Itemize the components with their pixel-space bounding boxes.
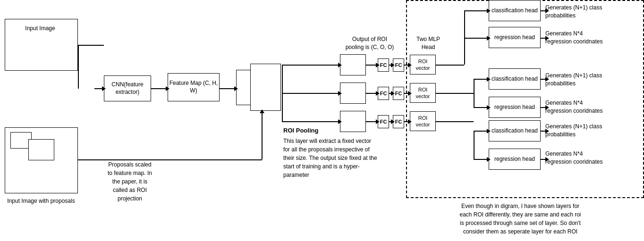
class-head-3: classification head [489, 120, 541, 141]
arrow-roipool-to-out3 [282, 121, 339, 122]
roi-vector-2: ROIvector [410, 83, 436, 103]
arrow-reg1-out [541, 38, 546, 39]
proposals-label: Proposals scaledto feature map. Inthe pa… [87, 160, 172, 203]
reg-head-3: regression head [489, 149, 541, 170]
arrow-roi2-to-reg2 [474, 107, 488, 108]
arrow-fc-to-roi2 [404, 93, 409, 94]
arrow-roi1-to-reg1 [464, 38, 488, 39]
arrow-roi3-to-reg3 [474, 159, 488, 160]
roi-out-box-3 [340, 111, 366, 132]
arrow-cnn-to-fm [151, 88, 167, 89]
reg-head-1: regression head [489, 27, 541, 48]
line-img-to-cnn-h [78, 45, 104, 46]
arrow-fm-to-roipool [220, 88, 235, 89]
line-roi2-split-v [474, 79, 475, 107]
cnn-box: CNN(feature extractor) [104, 75, 151, 101]
generates-n1-1: Generates (N+1) classprobabilities [545, 4, 640, 20]
feature-map-box: Feature Map (C, H, W) [168, 73, 220, 101]
arrow-class3-out [541, 131, 546, 132]
reg-head-2: regression head [489, 97, 541, 118]
roi-out-box-1 [340, 54, 366, 75]
arrow-fc-to-roi3 [404, 121, 409, 122]
arrow-roipool-to-out1 [282, 65, 339, 66]
input-image-label: Input Image [17, 25, 64, 33]
arrow-to-cnn [94, 88, 103, 89]
proposal-rect-2 [28, 139, 54, 160]
two-mlp-label: Two MLPHead [407, 35, 449, 51]
generates-n4-3: Generates N*4regression cooridnates [545, 150, 640, 166]
arrow-class1-out [541, 10, 546, 11]
line-roi1-to-split [436, 65, 464, 66]
line-roi2-to-split [436, 93, 474, 94]
generates-n1-3: Generates (N+1) classprobabilities [545, 123, 640, 139]
input-image-proposals-label: Input Image with proposals [6, 197, 76, 205]
arrow-fc2-row3 [389, 121, 392, 122]
arrow-fc-to-roi1 [404, 65, 409, 66]
class-head-2: classification head [489, 68, 541, 90]
arrow-proposals-v [262, 112, 263, 159]
roi-pool-rect2 [250, 64, 281, 111]
output-roi-label: Output of ROIpooling is (C, O, O) [339, 35, 400, 51]
arrow-roi3-to-class3 [474, 131, 488, 132]
generates-n4-2: Generates N*4regression cooridnates [545, 99, 640, 115]
arrow-reg3-out [541, 159, 546, 160]
class-head-1: classification head [489, 0, 541, 21]
arrow-fc1-row3 [366, 121, 377, 122]
roi-vector-1: ROIvector [410, 55, 436, 75]
line-roi3-split-v [474, 131, 475, 159]
footnote: Even though in digram, I have shown laye… [407, 202, 634, 236]
line-roi3-to-split [436, 121, 474, 122]
arrow-roipool-to-out2 [282, 93, 339, 94]
arrow-fc2-row1 [389, 65, 392, 66]
arrow-roi2-to-class2 [474, 79, 488, 80]
arrow-fc1-row2 [366, 93, 377, 94]
roi-vector-3: ROIvector [410, 111, 436, 131]
line-v-connector-left [282, 65, 283, 121]
generates-n4-1: Generates N*4regression cooridnates [545, 30, 640, 46]
diagram: Input Image Input Image with proposals C… [0, 0, 644, 241]
arrow-class2-out [541, 79, 546, 80]
arrow-fc2-row2 [389, 93, 392, 94]
arrow-fc1-row1 [366, 65, 377, 66]
arrow-roi1-to-class1 [464, 10, 488, 11]
roi-out-box-2 [340, 83, 366, 104]
arrow-reg2-out [541, 107, 546, 108]
generates-n1-2: Generates (N+1) classprobabilities [545, 72, 640, 88]
line-img-to-cnn-v [78, 45, 79, 89]
roi-pooling-desc: This layer will extract a fixed vector f… [283, 137, 378, 179]
